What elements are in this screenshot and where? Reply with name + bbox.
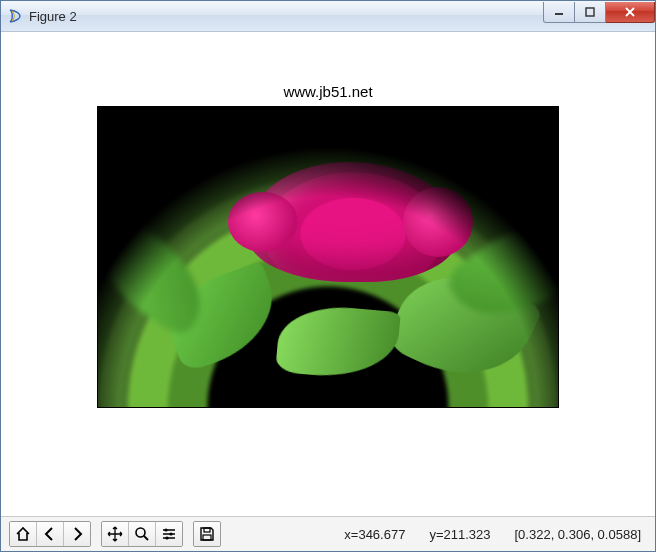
pan-icon — [107, 526, 123, 542]
save-button[interactable] — [194, 522, 220, 546]
close-button[interactable] — [606, 2, 655, 23]
zoom-button[interactable] — [129, 522, 156, 546]
back-icon — [42, 526, 58, 542]
svg-point-2 — [136, 528, 145, 537]
forward-icon — [69, 526, 85, 542]
toolbar-group-nav — [9, 521, 91, 547]
svg-point-5 — [165, 536, 168, 539]
status-readout: x=346.677 y=211.323 [0.322, 0.306, 0.058… — [344, 527, 647, 542]
window-controls — [543, 2, 655, 22]
window-title: Figure 2 — [29, 9, 543, 24]
svg-rect-7 — [203, 535, 211, 540]
pan-button[interactable] — [102, 522, 129, 546]
figure-canvas[interactable]: www.jb51.net — [13, 42, 643, 510]
toolbar-group-save — [193, 521, 221, 547]
svg-rect-0 — [555, 13, 563, 15]
svg-rect-6 — [204, 528, 210, 532]
svg-rect-1 — [586, 8, 594, 16]
minimize-button[interactable] — [543, 2, 575, 23]
close-icon — [624, 7, 636, 17]
maximize-button[interactable] — [575, 2, 606, 23]
plot-image — [97, 106, 559, 408]
maximize-icon — [585, 7, 595, 17]
toolbar-group-view — [101, 521, 183, 547]
plot-title: www.jb51.net — [283, 83, 372, 100]
cursor-rgb: [0.322, 0.306, 0.0588] — [515, 527, 642, 542]
configure-icon — [161, 526, 177, 542]
minimize-icon — [554, 7, 564, 17]
cursor-y: y=211.323 — [429, 527, 490, 542]
figure-window: Figure 2 www.jb51.net — [0, 0, 656, 552]
home-icon — [15, 526, 31, 542]
app-icon — [7, 8, 23, 24]
back-button[interactable] — [37, 522, 64, 546]
zoom-icon — [134, 526, 150, 542]
matplotlib-toolbar: x=346.677 y=211.323 [0.322, 0.306, 0.058… — [1, 516, 655, 551]
cursor-x: x=346.677 — [344, 527, 405, 542]
client-area: www.jb51.net — [1, 32, 655, 516]
home-button[interactable] — [10, 522, 37, 546]
forward-button[interactable] — [64, 522, 90, 546]
svg-point-3 — [164, 528, 167, 531]
svg-point-4 — [169, 532, 172, 535]
configure-button[interactable] — [156, 522, 182, 546]
save-icon — [199, 526, 215, 542]
titlebar: Figure 2 — [1, 1, 655, 32]
